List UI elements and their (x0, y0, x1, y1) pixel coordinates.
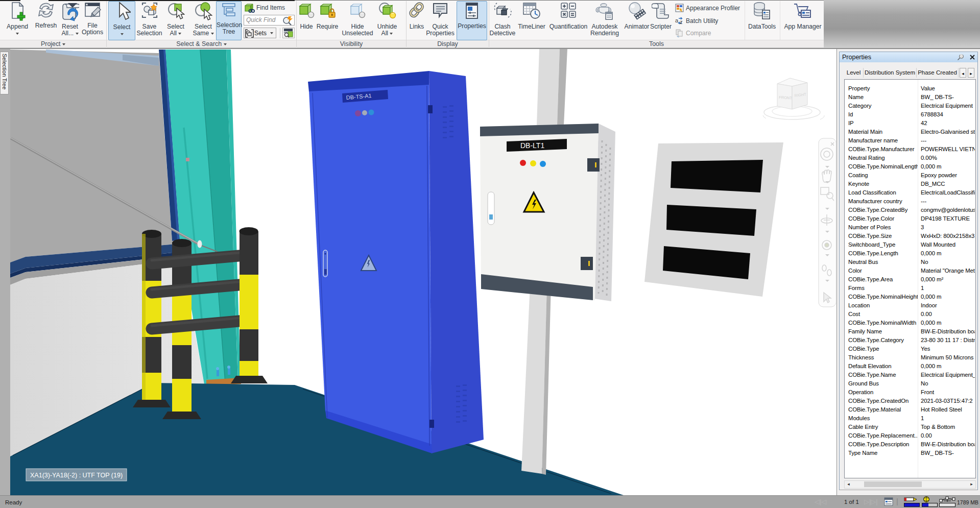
svg-text:XA1(3)-YA18(-2) : UTF TOP (19): XA1(3)-YA18(-2) : UTF TOP (19) (30, 472, 123, 479)
svg-text:FRONT: FRONT (779, 95, 793, 101)
svg-text:a: a (675, 17, 679, 23)
svg-text:DB-LT1: DB-LT1 (520, 141, 544, 150)
svg-text:z: z (680, 19, 683, 25)
